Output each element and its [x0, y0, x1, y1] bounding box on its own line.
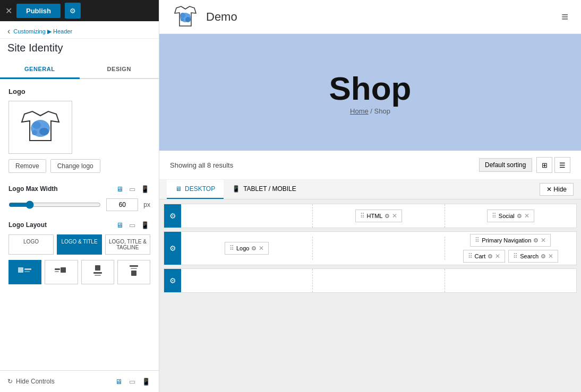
- row-gear-1[interactable]: ⚙: [164, 204, 181, 228]
- drag-icon[interactable]: ⠿: [229, 245, 234, 252]
- row-gear-3[interactable]: ⚙: [164, 269, 181, 292]
- tablet-icon[interactable]: ▭: [127, 184, 138, 194]
- svg-point-18: [180, 13, 185, 18]
- cart-gear-icon[interactable]: ⚙: [488, 253, 493, 260]
- breadcrumb-customizing[interactable]: Customizing: [13, 28, 46, 34]
- logo-close-icon[interactable]: ✕: [259, 245, 264, 252]
- social-close-icon[interactable]: ✕: [524, 212, 529, 220]
- builder-tab-tablet[interactable]: 📱 TABLET / MOBILE: [224, 180, 305, 199]
- drag-icon[interactable]: ⠿: [475, 237, 480, 244]
- logo-widget-label: Logo: [236, 245, 249, 251]
- primary-nav-close-icon[interactable]: ✕: [541, 237, 546, 244]
- html-close-icon[interactable]: ✕: [392, 212, 397, 220]
- sort-select[interactable]: Default sorting: [479, 158, 532, 172]
- drag-icon[interactable]: ⠿: [492, 212, 497, 220]
- html-gear-icon[interactable]: ⚙: [385, 213, 390, 220]
- logo-label: Logo: [8, 88, 150, 95]
- layout-opt2-title-icon-right[interactable]: [45, 260, 78, 284]
- svg-rect-11: [95, 265, 100, 271]
- svg-rect-5: [18, 267, 23, 273]
- settings-button[interactable]: ⚙: [65, 3, 81, 19]
- svg-point-21: [187, 14, 190, 17]
- search-gear-icon[interactable]: ⚙: [541, 253, 546, 260]
- home-breadcrumb-link[interactable]: Home: [350, 107, 369, 115]
- hide-controls-label: Hide Controls: [16, 378, 55, 385]
- svg-rect-6: [24, 268, 31, 270]
- layout-opt-logo-title-tagline[interactable]: LOGO, TITLE & TAGLINE: [105, 234, 150, 255]
- mobile-icon[interactable]: 📱: [140, 184, 150, 194]
- list-view-icon[interactable]: ☰: [554, 157, 570, 173]
- builder-tab-desktop[interactable]: 🖥 DESKTOP: [167, 180, 224, 199]
- close-button[interactable]: ✕: [5, 6, 12, 16]
- builder-tabs: 🖥 DESKTOP 📱 TABLET / MOBILE ✕ Hide: [159, 180, 581, 199]
- row-cells-1: ⠿ HTML ⚙ ✕ ⠿ Social ⚙ ✕: [181, 204, 576, 228]
- drag-icon[interactable]: ⠿: [468, 252, 473, 260]
- layout-opt2-title-above[interactable]: [117, 260, 150, 284]
- row-cell-center-3: [313, 269, 445, 292]
- remove-logo-button[interactable]: Remove: [8, 159, 46, 173]
- unit-label: px: [143, 201, 150, 208]
- drag-icon[interactable]: ⠿: [360, 212, 365, 220]
- primary-nav-gear-icon[interactable]: ⚙: [533, 237, 539, 244]
- logo-layout-label: Logo Layout: [8, 221, 47, 229]
- layout-options: LOGO LOGO & TITLE LOGO, TITLE & TAGLINE: [8, 234, 150, 255]
- shop-heading: Shop: [329, 69, 412, 107]
- logo-actions: Remove Change logo: [8, 159, 150, 173]
- hide-button[interactable]: ✕ Hide: [540, 183, 574, 196]
- row-cell-right-1: ⠿ Social ⚙ ✕: [445, 204, 576, 228]
- search-widget: ⠿ Search ⚙ ✕: [508, 250, 558, 263]
- sort-area: Default sorting ⊞ ☰: [479, 157, 570, 173]
- cart-widget: ⠿ Cart ⚙ ✕: [463, 250, 506, 263]
- hide-controls-button[interactable]: ↻ Hide Controls: [7, 378, 55, 385]
- layout-opt2-icon-title-left[interactable]: [8, 260, 41, 284]
- mobile-layout-icon[interactable]: 📱: [140, 220, 150, 230]
- bottom-tablet-icon[interactable]: ▭: [127, 376, 138, 387]
- bottom-mobile-icon[interactable]: 📱: [141, 376, 151, 387]
- back-button[interactable]: ‹: [7, 27, 10, 36]
- publish-button[interactable]: Publish: [16, 4, 61, 18]
- width-slider[interactable]: [8, 201, 101, 209]
- breadcrumb: Customizing ▶ Header: [13, 28, 72, 35]
- svg-point-19: [185, 17, 191, 22]
- top-bar: ✕ Publish ⚙: [0, 0, 159, 21]
- logo-image: [16, 106, 64, 149]
- cart-close-icon[interactable]: ✕: [495, 252, 500, 260]
- tablet-layout-icon[interactable]: ▭: [127, 220, 138, 230]
- search-close-icon[interactable]: ✕: [548, 252, 553, 260]
- layout-opt2-icon-above[interactable]: [81, 260, 114, 284]
- builder-rows: ⚙ ⠿ HTML ⚙ ✕ ⠿ Social: [159, 199, 581, 297]
- width-input[interactable]: 60: [106, 198, 138, 211]
- row-gear-2[interactable]: ⚙: [164, 232, 181, 265]
- desktop-icon[interactable]: 🖥: [114, 184, 125, 194]
- row-cell-center-2: [313, 237, 445, 260]
- breadcrumb-header[interactable]: Header: [53, 28, 72, 34]
- desktop-tab-icon: 🖥: [175, 185, 182, 193]
- tab-general[interactable]: GENERAL: [0, 60, 80, 79]
- desktop-layout-icon[interactable]: 🖥: [114, 220, 125, 230]
- shop-breadcrumb: Home / Shop: [350, 107, 390, 115]
- tab-design[interactable]: DESIGN: [80, 60, 159, 78]
- row-cell-right-3: [445, 269, 576, 292]
- primary-nav-label: Primary Navigation: [482, 237, 531, 243]
- svg-point-4: [44, 123, 48, 127]
- row-cell-center-1: ⠿ HTML ⚙ ✕: [313, 204, 445, 228]
- svg-rect-16: [131, 271, 136, 276]
- hamburger-icon[interactable]: ≡: [561, 10, 568, 24]
- row-cell-right-2: ⠿ Primary Navigation ⚙ ✕ ⠿ Cart ⚙ ✕: [445, 232, 576, 265]
- drag-icon[interactable]: ⠿: [513, 252, 518, 260]
- logo-gear-icon[interactable]: ⚙: [251, 245, 257, 252]
- grid-view-icon[interactable]: ⊞: [536, 157, 552, 173]
- layout-opt-logo-title[interactable]: LOGO & TITLE: [57, 234, 102, 255]
- row-cell-left-3: [181, 269, 313, 292]
- view-icons: ⊞ ☰: [536, 157, 570, 173]
- change-logo-button[interactable]: Change logo: [50, 159, 100, 173]
- bottom-bar: ↻ Hide Controls 🖥 ▭ 📱: [0, 370, 159, 392]
- nav-bar: ‹ Customizing ▶ Header: [0, 21, 159, 39]
- social-gear-icon[interactable]: ⚙: [517, 213, 522, 220]
- row-cells-2: ⠿ Logo ⚙ ✕ ⠿ Primary Navigation ⚙ ✕: [181, 232, 576, 265]
- bottom-desktop-icon[interactable]: 🖥: [113, 376, 124, 387]
- row-cell-left-1: [181, 204, 313, 228]
- layout-opt-logo[interactable]: LOGO: [8, 234, 54, 255]
- table-row: ⚙ ⠿ Logo ⚙ ✕ ⠿ Primary N: [164, 231, 577, 265]
- bottom-device-icons: 🖥 ▭ 📱: [113, 376, 151, 387]
